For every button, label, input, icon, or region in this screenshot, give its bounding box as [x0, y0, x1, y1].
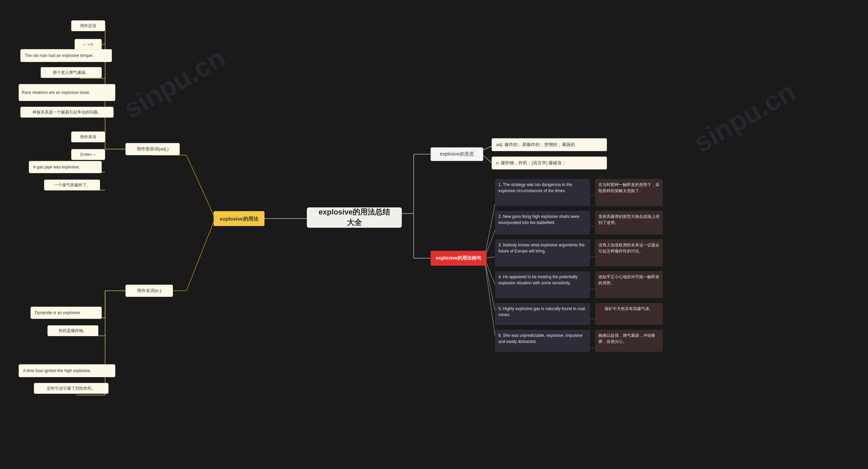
def-adj-node: adj. 爆炸的；易爆炸的；突增的；暴躁的 — [492, 138, 607, 151]
adj-branch-node: 用作形容词(adj.) — [125, 143, 180, 155]
svg-line-4 — [186, 222, 214, 291]
meaning-main-node: explosive的意思 — [431, 147, 483, 161]
sentence-gas-en: A gas pipe was explosive. — [29, 161, 102, 173]
examples-main-node: explosive的用法例句 — [431, 251, 487, 266]
ex1-cn: 在当时那种一触即发的形势下，采取那样的策略太危险了。 — [595, 179, 663, 206]
ex1-en: 1. The strategy was too dangerous in the… — [495, 179, 590, 206]
ex4-cn: 他似乎正小心地应对可能一触即发的局势。 — [595, 271, 663, 298]
sentence-race-en: Race relations are an explosive issue. — [19, 84, 115, 101]
sentence-dynamite-en: Dynamite is an explosive. — [31, 307, 102, 319]
ex4-en: 4. He appeared to be treating the potent… — [495, 271, 590, 298]
ex3-en: 3. Nobody knows what explosive arguments… — [495, 239, 590, 266]
watermark-right: sinpu.cn — [688, 76, 801, 159]
predicate-node: 用作表语 — [71, 131, 105, 142]
mind-map: sinpu.cn sinpu.cn — [0, 0, 868, 469]
noun-branch-node: 用作名词(n.) — [125, 285, 173, 297]
connection-lines — [0, 0, 868, 469]
center-node: explosive的用法总结大全 — [307, 207, 402, 228]
sentence-old-man-en: The old man had an explosive temper. — [20, 49, 112, 62]
sbe-node: S+be+～ — [71, 149, 105, 160]
def-noun-node: n. 爆炸物，炸药；[语言学] 爆破音； — [492, 157, 607, 169]
ex6-cn: 她难以捉摸，脾气暴躁，冲动鲁莽，容易分心。 — [595, 330, 663, 352]
sentence-fuse-cn: 定时引信引爆了烈性炸药。 — [34, 383, 108, 394]
sentence-race-cn: 种族关系是一个极易引起争论的问题。 — [20, 107, 114, 118]
watermark-left: sinpu.cn — [118, 42, 231, 125]
sentence-fuse-en: A time fuse ignited the high explosive. — [19, 364, 115, 377]
ex6-en: 6. She was unpredictable, explosive, imp… — [495, 330, 590, 352]
tilde-n-node: ～＋n. — [75, 39, 102, 50]
sentence-dynamite-cn: 炸药是爆炸物。 — [47, 325, 98, 336]
ex2-cn: 发射高爆弹的新型大炮在战场上得到了使用。 — [595, 211, 663, 234]
ex5-cn: 煤矿中天然存有高爆气体。 — [595, 303, 663, 325]
ex5-en: 5. Highly explosive gas is naturally fou… — [495, 303, 590, 325]
sentence-old-man-cn: 那个老人脾气暴躁。 — [41, 67, 102, 78]
svg-line-2 — [186, 155, 214, 215]
sentence-gas-cn: 一个煤气管爆炸了。 — [44, 180, 100, 190]
ex3-cn: 没有人知道欧洲的未来这一议题会引起怎样爆炸性的讨论。 — [595, 239, 663, 266]
left-main-node: explosive的用法 — [214, 211, 264, 226]
ex2-en: 2. New guns firing high explosive shells… — [495, 211, 590, 234]
attributive-node: 用作定语 — [71, 20, 105, 31]
